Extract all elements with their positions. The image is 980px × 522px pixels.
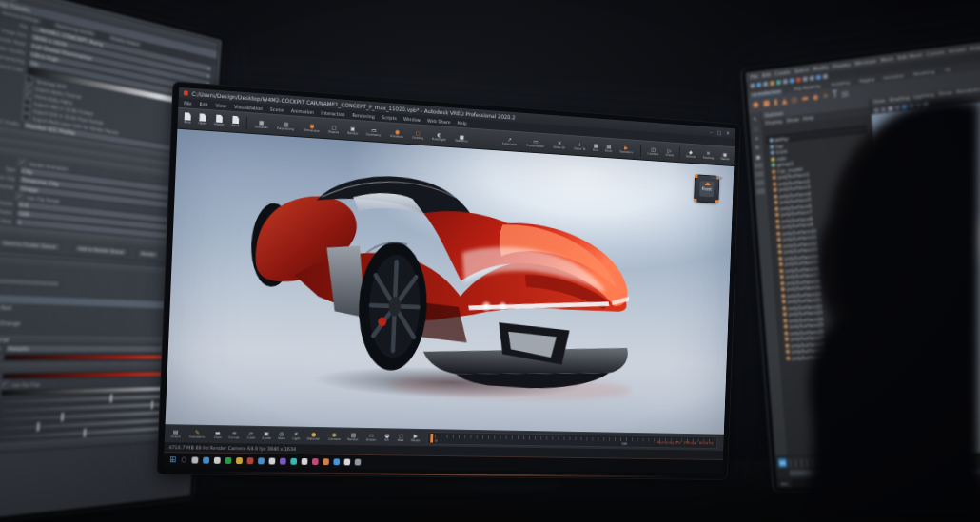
person-silhouette [0,0,980,522]
workstation-photo: Render Settings Quality Settings Presets… [0,0,980,522]
